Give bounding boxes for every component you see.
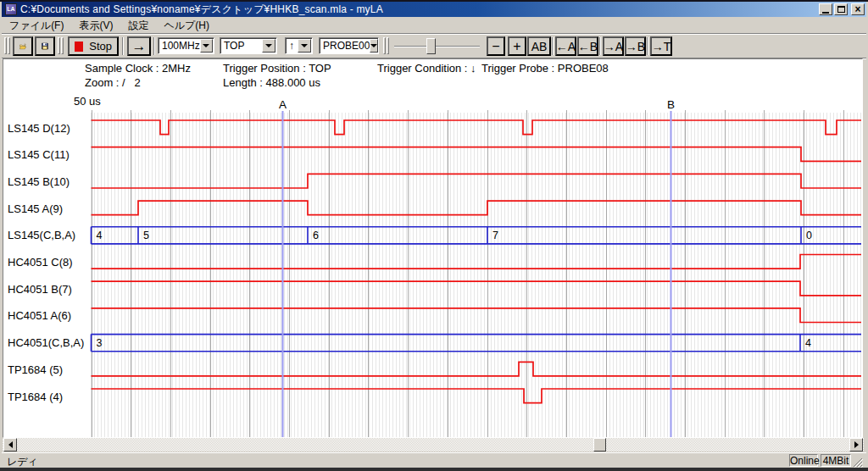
channel-label: HC4051(C,B,A): [8, 336, 84, 352]
stop-label: Stop: [89, 40, 112, 53]
time-ruler-label: 50 us: [74, 95, 101, 108]
maximize-icon: [837, 6, 845, 13]
channel-label: TP1684 (5): [8, 363, 63, 379]
stop-button[interactable]: Stop: [68, 36, 119, 56]
channel-label: HC4051 A(6): [8, 309, 71, 324]
horizontal-scrollbar[interactable]: [3, 438, 864, 452]
chevron-down-icon: [203, 44, 209, 47]
combo-dropdown-button[interactable]: [370, 39, 378, 53]
zoom-slider-thumb[interactable]: [426, 38, 436, 54]
toolbar-grip: [387, 37, 389, 54]
chevron-down-icon: [301, 44, 308, 47]
stop-icon: [75, 42, 83, 52]
menu-file[interactable]: ファイル(F): [2, 17, 71, 35]
channel-label: LS145 D(12): [8, 122, 70, 137]
open-button[interactable]: [13, 36, 33, 56]
trigger-edge-value: ↑: [286, 40, 298, 52]
toolbar: Stop → 100MHz TOP ↑ PROBE00 − + AB ←A: [2, 35, 866, 58]
toolbar-separator: [647, 37, 648, 55]
trigger-probe-info: Trigger Probe : PROBE08: [481, 62, 609, 75]
menu-settings[interactable]: 設定: [120, 17, 156, 35]
toolbar-separator: [58, 37, 60, 54]
arrow-left-icon: [8, 441, 13, 448]
toolbar-grip: [4, 37, 7, 54]
move-b-left-button[interactable]: ←B: [577, 36, 598, 56]
toolbar-separator: [122, 37, 124, 55]
close-icon: ×: [854, 5, 860, 14]
combo-dropdown-button[interactable]: [298, 39, 311, 53]
goto-trigger-button[interactable]: →T: [650, 36, 672, 56]
toolbar-separator: [153, 37, 155, 55]
menu-help[interactable]: ヘルプ(H): [156, 17, 217, 35]
trigger-position-info: Trigger Position : TOP: [223, 62, 331, 75]
ab-button[interactable]: AB: [527, 36, 551, 56]
channel-label: HC4051 C(8): [8, 256, 73, 271]
combo-dropdown-button[interactable]: [200, 39, 213, 53]
channel-label: LS145 C(11): [8, 148, 70, 163]
channel-label: HC4051 B(7): [8, 283, 72, 298]
application-window: LA C:¥Documents and Settings¥noname¥デスクト…: [0, 0, 868, 471]
title-bar: LA C:¥Documents and Settings¥noname¥デスクト…: [2, 2, 866, 17]
status-online-badge: Online: [789, 454, 818, 467]
chevron-down-icon: [265, 44, 272, 47]
trigger-position-combo[interactable]: TOP: [220, 37, 277, 54]
status-bar: レディ Online 4MBit: [2, 452, 866, 468]
move-a-left-button[interactable]: ←A: [555, 36, 576, 56]
scroll-left-button[interactable]: [3, 438, 17, 452]
trigger-probe-combo[interactable]: PROBE00: [319, 37, 379, 54]
save-button[interactable]: [35, 36, 55, 56]
zoom-in-button[interactable]: +: [508, 36, 526, 56]
close-button[interactable]: ×: [851, 3, 865, 15]
trigger-probe-value: PROBE00: [320, 40, 370, 52]
sample-clock-value: 100MHz: [159, 40, 200, 52]
window-title: C:¥Documents and Settings¥noname¥デスクトップ¥…: [20, 3, 383, 17]
status-memory-badge: 4MBit: [821, 454, 851, 467]
run-button[interactable]: →: [127, 36, 151, 56]
move-b-right-button[interactable]: →B: [625, 36, 646, 56]
save-floppy-icon: [42, 39, 48, 53]
scrollbar-thumb[interactable]: [593, 438, 606, 452]
combo-dropdown-button[interactable]: [262, 39, 275, 53]
channel-label: TP1684 (4): [8, 391, 63, 406]
toolbar-separator: [552, 37, 554, 55]
scroll-right-button[interactable]: [849, 438, 863, 452]
toolbar-grip: [8, 37, 10, 54]
trigger-condition-info: Trigger Condition : ↓: [377, 62, 476, 75]
title-buttons: ×: [817, 3, 865, 15]
zoom-slider-track[interactable]: [394, 46, 480, 47]
maximize-button[interactable]: [834, 3, 848, 15]
zoom-info: Zoom : / 2: [85, 76, 141, 89]
toolbar-separator: [61, 37, 64, 54]
length-info: Length : 488.000 us: [223, 76, 320, 89]
chevron-down-icon: [370, 44, 377, 47]
arrow-right-icon: [854, 441, 859, 448]
channel-label: LS145(C,B,A): [8, 229, 75, 244]
resize-grip[interactable]: [852, 457, 863, 468]
menu-view[interactable]: 表示(V): [71, 17, 120, 35]
toolbar-separator: [599, 37, 601, 55]
menu-bar: ファイル(F) 表示(V) 設定 ヘルプ(H): [2, 18, 866, 34]
sample-clock-info: Sample Clock : 2MHz: [85, 62, 191, 75]
trigger-position-value: TOP: [220, 40, 262, 52]
channel-label: LS145 B(10): [8, 175, 70, 191]
app-icon: LA: [5, 3, 17, 15]
zoom-out-button[interactable]: −: [487, 36, 505, 56]
trigger-edge-combo[interactable]: ↑: [285, 37, 313, 54]
move-a-right-button[interactable]: →A: [603, 36, 624, 56]
minimize-icon: [822, 12, 829, 14]
run-arrow-icon: →: [132, 38, 147, 55]
toolbar-grip: [383, 37, 386, 54]
channel-label: LS145 A(9): [8, 202, 63, 218]
sample-clock-combo[interactable]: 100MHz: [158, 37, 214, 54]
waveform-panel[interactable]: [3, 58, 863, 438]
screen-bottom-edge: [0, 468, 868, 471]
minimize-button[interactable]: [819, 3, 832, 15]
open-folder-icon: [19, 40, 26, 53]
